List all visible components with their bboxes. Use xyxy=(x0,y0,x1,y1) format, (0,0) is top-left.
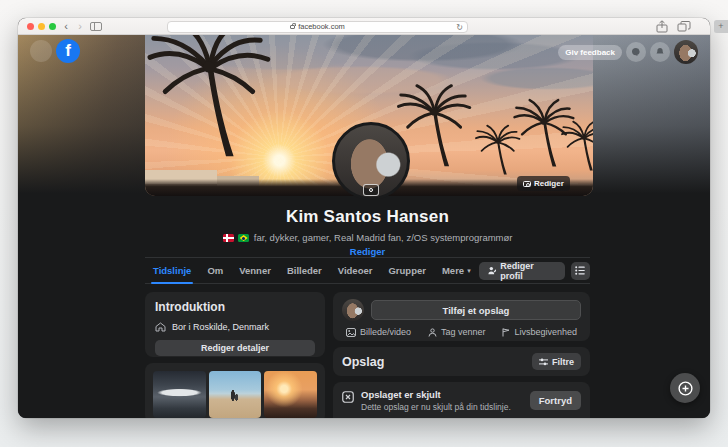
profile-tabs: Tidslinje Om Venner Billeder Videoer Gru… xyxy=(145,257,590,284)
minimize-button[interactable] xyxy=(38,23,45,30)
tab-tidslinje[interactable]: Tidslinje xyxy=(145,258,199,283)
denmark-flag-icon xyxy=(223,234,234,242)
plus-icon xyxy=(678,381,693,396)
edit-cover-button[interactable]: Rediger xyxy=(517,176,570,191)
new-tab-button[interactable]: + xyxy=(714,20,728,33)
bell-icon xyxy=(655,47,665,57)
photo-thumbnail-boat[interactable] xyxy=(153,371,206,418)
tab-videoer[interactable]: Videoer xyxy=(330,258,381,283)
photo-icon xyxy=(346,328,356,337)
tag-person-icon xyxy=(428,328,437,337)
give-feedback-button[interactable]: Giv feedback xyxy=(558,45,622,60)
browser-toolbar: ‹ › facebook.com ↻ xyxy=(18,18,710,35)
tab-grupper[interactable]: Grupper xyxy=(380,258,433,283)
life-event-button[interactable]: Livsbegivenhed xyxy=(502,327,577,337)
sidebar-icon[interactable] xyxy=(90,22,102,31)
facebook-logo[interactable]: f xyxy=(56,39,80,63)
edit-details-button[interactable]: Rediger detaljer xyxy=(155,340,315,356)
tab-om[interactable]: Om xyxy=(199,258,231,283)
tag-friends-button[interactable]: Tag venner xyxy=(428,327,486,337)
intro-card: Introduktion Bor i Roskilde, Denmark Red… xyxy=(145,292,325,357)
share-icon[interactable] xyxy=(654,20,670,33)
lives-in-text: Bor i Roskilde, Denmark xyxy=(172,322,269,332)
tabs-overview-icon[interactable] xyxy=(676,20,692,33)
account-avatar[interactable] xyxy=(674,40,698,64)
browser-window: ‹ › facebook.com ↻ xyxy=(18,18,710,418)
photo-thumbnail-sunset[interactable] xyxy=(264,371,317,418)
notifications-button[interactable] xyxy=(650,42,670,62)
brazil-flag-icon xyxy=(238,234,249,242)
tab-billeder[interactable]: Billeder xyxy=(279,258,330,283)
filters-button[interactable]: Filtre xyxy=(532,353,581,370)
create-post-input[interactable]: Tilføj et opslag xyxy=(371,300,581,320)
refresh-icon[interactable]: ↻ xyxy=(456,22,463,33)
page-title: Kim Santos Hansen xyxy=(145,207,590,227)
lock-icon xyxy=(290,25,295,29)
hidden-post-icon xyxy=(342,391,354,403)
back-icon[interactable]: ‹ xyxy=(60,19,72,34)
facebook-page: f Giv feedback Rediger K xyxy=(18,35,710,418)
zoom-button[interactable] xyxy=(49,23,56,30)
messenger-icon xyxy=(631,47,641,57)
url-text: facebook.com xyxy=(298,22,345,31)
search-button[interactable] xyxy=(30,40,52,62)
intro-title: Introduktion xyxy=(155,300,315,314)
activity-log-button[interactable] xyxy=(571,262,590,280)
activity-log-icon xyxy=(575,266,585,275)
flag-icon xyxy=(502,328,510,337)
tab-venner[interactable]: Venner xyxy=(231,258,279,283)
person-edit-icon xyxy=(488,266,497,275)
avatar[interactable] xyxy=(342,299,364,321)
update-profile-picture-button[interactable] xyxy=(363,184,379,196)
hidden-post-notice: Opslaget er skjult Dette opslag er nu sk… xyxy=(333,382,590,418)
tab-mere[interactable]: Mere ▾ xyxy=(434,258,479,283)
messenger-button[interactable] xyxy=(626,42,646,62)
home-icon xyxy=(155,322,166,332)
edit-bio-link[interactable]: Rediger xyxy=(145,246,590,257)
camera-icon xyxy=(523,181,531,187)
chevron-down-icon: ▾ xyxy=(467,267,471,275)
hidden-post-subtitle: Dette opslag er nu skjult på din tidslin… xyxy=(361,402,523,412)
posts-header: Opslag Filtre xyxy=(333,347,590,376)
filters-icon xyxy=(539,358,548,366)
close-button[interactable] xyxy=(27,23,34,30)
undo-button[interactable]: Fortryd xyxy=(530,391,581,410)
create-button[interactable] xyxy=(670,373,700,403)
post-composer-card: Tilføj et opslag Billede/video xyxy=(333,292,590,341)
hidden-post-title: Opslaget er skjult xyxy=(361,389,523,400)
photos-card xyxy=(145,363,325,418)
camera-icon xyxy=(369,188,373,192)
photo-video-button[interactable]: Billede/video xyxy=(346,327,411,337)
address-bar[interactable]: facebook.com ↻ xyxy=(167,21,468,33)
forward-icon[interactable]: › xyxy=(74,19,86,34)
photo-thumbnail-beach[interactable] xyxy=(209,371,262,418)
edit-profile-button[interactable]: Rediger profil xyxy=(479,262,565,280)
profile-bio: far, dykker, gamer, Real Madrid fan, z/O… xyxy=(145,232,590,243)
posts-title: Opslag xyxy=(342,355,384,369)
